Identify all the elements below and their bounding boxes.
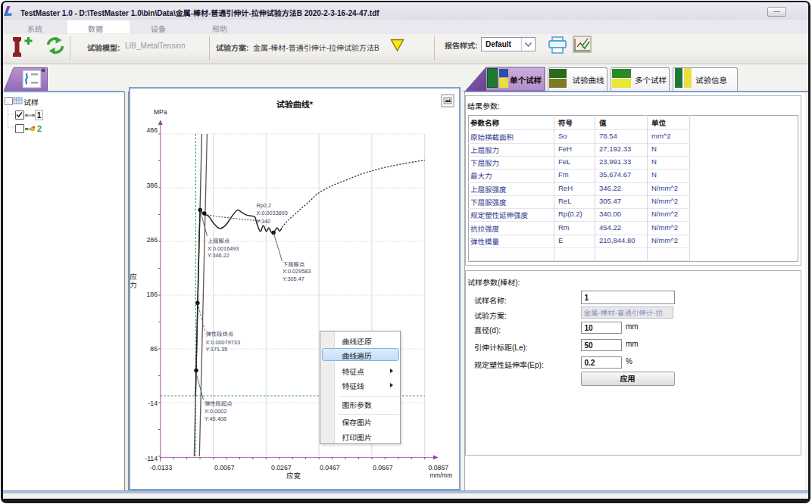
svg-text:86: 86 <box>150 345 158 353</box>
svg-text:Y:171.35: Y:171.35 <box>206 346 228 353</box>
svg-text:0.0467: 0.0467 <box>320 464 340 471</box>
svg-text:0.0267: 0.0267 <box>271 464 292 471</box>
svg-text:186: 186 <box>147 291 158 298</box>
svg-text:286: 286 <box>147 236 158 244</box>
svg-text:X:0.0016493: X:0.0016493 <box>208 245 239 252</box>
svg-text:Y:305.47: Y:305.47 <box>283 275 304 282</box>
svg-text:X:0.029583: X:0.029583 <box>283 268 311 275</box>
svg-text:486: 486 <box>147 126 158 134</box>
svg-text:力: 力 <box>130 281 137 289</box>
svg-text:Y:340: Y:340 <box>257 218 271 225</box>
svg-text:试验曲线*: 试验曲线* <box>276 100 314 109</box>
svg-text:Y:45.408: Y:45.408 <box>205 415 226 422</box>
svg-text:0.0667: 0.0667 <box>373 464 393 471</box>
svg-text:386: 386 <box>147 182 158 189</box>
svg-text:应变: 应变 <box>286 471 301 480</box>
svg-text:-114: -114 <box>145 455 158 462</box>
svg-text:0.0067: 0.0067 <box>214 464 235 471</box>
svg-text:上屈服点: 上屈服点 <box>208 238 230 244</box>
svg-text:Y:346.22: Y:346.22 <box>208 252 230 259</box>
svg-text:0.0867: 0.0867 <box>429 464 449 471</box>
svg-text:应: 应 <box>130 272 137 281</box>
svg-text:Rp0.2: Rp0.2 <box>257 202 271 209</box>
svg-text:mm/mm: mm/mm <box>429 472 452 479</box>
svg-text:弹性段终点: 弹性段终点 <box>206 331 233 338</box>
svg-text:弹性段起点: 弹性段起点 <box>205 400 232 407</box>
svg-text:下屈服点: 下屈服点 <box>283 261 304 268</box>
svg-text:MPa: MPa <box>154 108 167 116</box>
svg-text:X:0.0033893: X:0.0033893 <box>257 210 288 216</box>
svg-text:-0.0133: -0.0133 <box>150 464 173 471</box>
svg-text:X:0.00079733: X:0.00079733 <box>206 339 240 346</box>
svg-text:X:0.0002: X:0.0002 <box>205 408 226 415</box>
svg-text:-14: -14 <box>148 400 158 407</box>
